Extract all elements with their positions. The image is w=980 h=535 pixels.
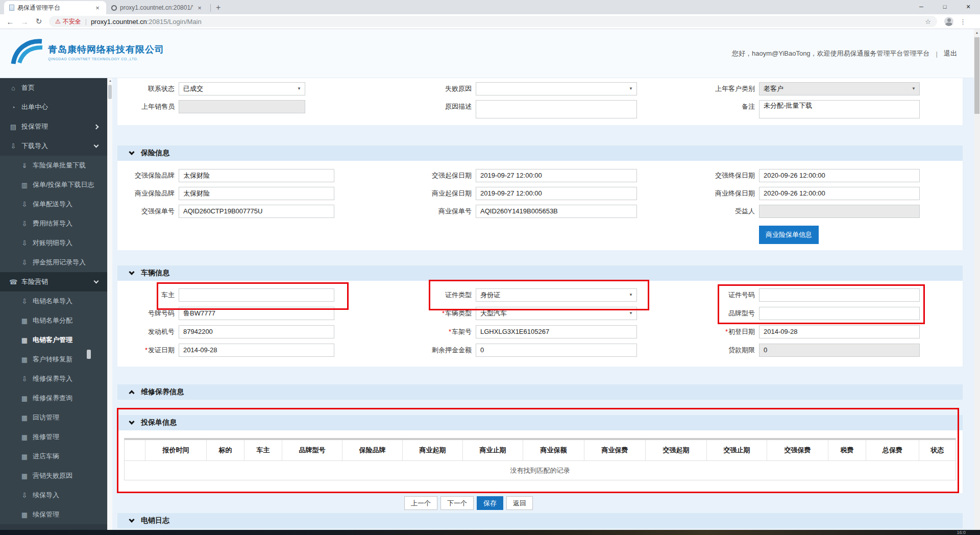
refresh-button[interactable]: ↻ [32,17,46,26]
input-comm-policy-no[interactable]: AQID260Y1419B005653B [476,205,637,218]
section-header-proposal[interactable]: 投保单信息 [117,415,963,430]
sidebar-item-account-detail-import[interactable]: ⇩对账明细导入 [0,233,107,253]
input-first-reg-date[interactable]: 2014-09-28 [759,325,920,338]
bookmark-star-icon[interactable]: ☆ [925,18,931,26]
input-plate-no[interactable]: 鲁BW7777 [179,307,334,320]
sidebar-item-revisit-mgmt[interactable]: ▦回访管理 [0,408,107,427]
table-column-header[interactable]: 商业保额 [523,440,584,460]
sidebar-item-renewal-mgmt[interactable]: ▦续保管理 [0,505,107,524]
input-ctp-brand[interactable]: 太保财险 [179,169,334,182]
sidebar-item-renewal-import[interactable]: ⇩续保导入 [0,485,107,505]
back-button[interactable]: ← [3,17,17,26]
input-owner[interactable] [179,288,334,302]
input-comm-brand[interactable]: 太保财险 [179,187,334,200]
sidebar-item-telemarket-customer-mgmt[interactable]: ▦电销客户管理 [0,330,107,350]
input-comm-end-date[interactable]: 2020-09-26 12:00:00 [759,187,920,200]
select-contact-status[interactable]: 已成交▼ [179,82,305,95]
table-column-header-empty[interactable] [125,440,145,460]
forward-button[interactable]: → [17,17,32,26]
sidebar-item-download-log[interactable]: ▥保单/投保单下载日志 [0,175,107,194]
grid-icon: ▦ [19,433,30,441]
table-column-header[interactable]: 状态 [919,440,955,460]
input-issue-date[interactable]: 2014-09-28 [179,344,334,357]
commercial-policy-info-button[interactable]: 商业险保单信息 [759,226,819,244]
sidebar-item-marketing-fail-reason[interactable]: ▦营销失败原因 [0,466,107,485]
table-column-header[interactable]: 商业起期 [402,440,462,460]
table-column-header[interactable]: 总保费 [866,440,919,460]
inner-scrollbar[interactable]: ▲ [107,78,112,530]
grid-icon: ▦ [19,395,30,402]
sidebar-item-vehicle-marketing[interactable]: ☎车险营销 [0,272,107,291]
table-column-header[interactable]: 商业止期 [462,440,523,460]
save-button[interactable]: 保存 [477,496,503,510]
chevron-right-icon [94,124,99,129]
tab-close-icon[interactable]: × [94,4,101,12]
table-column-header[interactable]: 交强保费 [767,440,828,460]
table-column-header[interactable]: 品牌型号 [282,440,342,460]
new-tab-button[interactable]: + [213,3,226,14]
next-button[interactable]: 下一个 [440,496,474,510]
sidebar-scrollbar-thumb[interactable] [87,350,91,359]
input-reason-desc[interactable] [476,100,637,118]
sidebar-item-order-center[interactable]: ◔出单中心 [0,98,107,117]
profile-avatar-icon[interactable] [944,17,953,26]
section-header-maintenance[interactable]: 维修保养信息 [117,384,963,400]
inner-scrollbar-thumb[interactable] [108,85,112,99]
window-minimize-button[interactable]: ─ [910,0,933,14]
sidebar-item-customer-transfer-renew[interactable]: ▦客户转移复新 [0,350,107,369]
input-deposit-balance[interactable]: 0 [476,344,637,357]
previous-button[interactable]: 上一个 [404,496,437,510]
table-column-header[interactable]: 保险品牌 [342,440,402,460]
sidebar-item-download-import[interactable]: ⇩下载导入 [0,136,107,156]
sidebar-item-telemarket-list-assign[interactable]: ▦电销名单分配 [0,311,107,330]
input-engine-no[interactable]: 87942200 [179,325,334,338]
input-brand-model[interactable] [759,307,920,320]
input-ctp-end-date[interactable]: 2020-09-26 12:00:00 [759,169,920,182]
table-column-header[interactable]: 税费 [828,440,866,460]
tab-close-icon[interactable]: × [196,4,203,12]
select-vehicle-type[interactable]: 大型汽车▼ [476,307,637,320]
url-omnibox[interactable]: ⚠ 不安全 | proxy1.countnet.cn :20815/Login/… [49,16,937,27]
sidebar-item-telemarket-list-import[interactable]: ⇩电销名单导入 [0,291,107,311]
sidebar-item-maintenance-query[interactable]: ▦维修保养查询 [0,388,107,408]
input-vin[interactable]: LGHXLG3X1E6105267 [476,325,637,338]
sidebar-item-maintenance-import[interactable]: ⇩维修保养导入 [0,369,107,388]
insecure-label[interactable]: 不安全 [63,17,81,26]
scrollbar-up-arrow-icon[interactable]: ▲ [974,31,980,34]
window-close-button[interactable]: × [957,0,980,14]
download-icon: ⇓ [19,162,30,169]
input-ctp-start-date[interactable]: 2019-09-27 12:00:00 [476,169,637,182]
input-cert-no[interactable] [759,288,920,302]
section-header-vehicle[interactable]: 车辆信息 [117,265,963,281]
sidebar-item-insure-mgmt[interactable]: ▤投保管理 [0,117,107,136]
input-remark[interactable]: 未分配-批量下载 [759,100,920,118]
sidebar-item-batch-download[interactable]: ⇓车险保单批量下载 [0,156,107,175]
table-column-header[interactable]: 商业保费 [584,440,645,460]
browser-scrollbar[interactable]: ▲ ▼ [974,29,980,535]
section-header-telemarketing-log[interactable]: 电销日志 [117,513,963,528]
table-column-header[interactable]: 车主 [244,440,282,460]
input-comm-start-date[interactable]: 2019-09-27 12:00:00 [476,187,637,200]
section-header-insurance[interactable]: 保险信息 [117,145,963,161]
browser-scrollbar-thumb[interactable] [974,37,979,114]
sidebar-item-policy-delivery-import[interactable]: ⇩保单配送导入 [0,194,107,214]
sidebar-item-home[interactable]: ⌂首页 [0,78,107,98]
sidebar-item-fee-settle-import[interactable]: ⇩费用结算导入 [0,214,107,233]
browser-menu-icon[interactable]: ⋮ [960,18,966,26]
sidebar-item-deposit-record-import[interactable]: ⇩押金抵用记录导入 [0,253,107,272]
table-column-header[interactable]: 交强止期 [706,440,767,460]
browser-tab-inactive[interactable]: proxy1.countnet.cn:20801/Veh × [106,1,208,14]
table-column-header[interactable]: 标的 [206,440,244,460]
sidebar-item-instore-vehicle[interactable]: ▦进店车辆 [0,447,107,466]
field-label: 贷款期限 [637,344,759,357]
logout-link[interactable]: 退出 [944,49,957,58]
table-column-header[interactable]: 报价时间 [145,440,206,460]
select-cert-type[interactable]: 身份证▼ [476,288,637,302]
browser-tab-active[interactable]: 易保通管理平台 × [4,1,106,14]
input-ctp-policy-no[interactable]: AQID260CTP19B007775U [179,205,334,218]
window-maximize-button[interactable]: □ [933,0,957,14]
sidebar-item-repair-push-mgmt[interactable]: ▦推修管理 [0,427,107,447]
table-column-header[interactable]: 交强起期 [645,440,706,460]
select-fail-reason[interactable]: ▼ [476,82,637,95]
back-button[interactable]: 返回 [506,496,533,510]
